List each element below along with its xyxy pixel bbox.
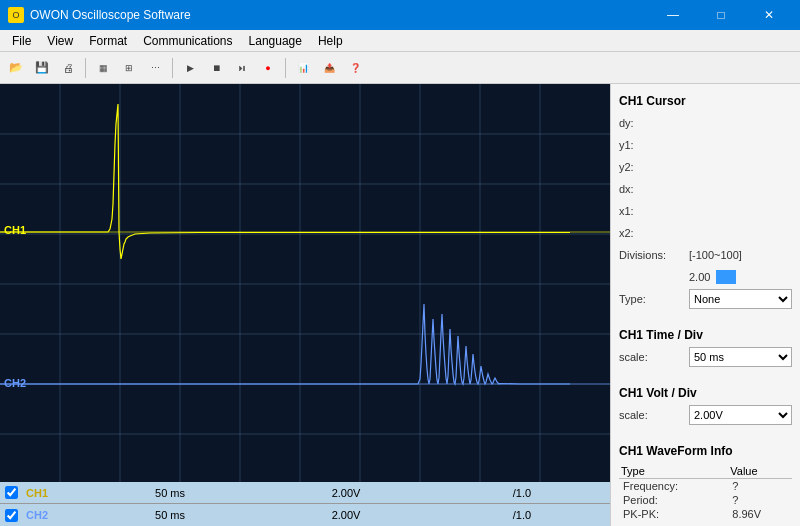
tb-export[interactable]: 📤 [317,56,341,80]
x1-label: x1: [619,205,689,217]
wave-row-pkpk: PK-PK: 8.96V [619,507,792,521]
status-ch1-row: CH1 50 ms 2.00V /1.0 [0,482,610,504]
y1-row: y1: [619,136,792,154]
tb-single[interactable]: ⏯ [230,56,254,80]
time-scale-select[interactable]: 50 ms [689,347,792,367]
toolbar: 📂 💾 🖨 ▦ ⊞ ⋯ ▶ ⏹ ⏯ ● 📊 📤 ❓ [0,52,800,84]
y1-label: y1: [619,139,689,151]
tb-stop[interactable]: ⏹ [204,56,228,80]
ch1-status-scale: /1.0 [434,487,610,499]
volt-scale-select-wrapper: 2.00V [689,405,792,425]
wave-col-type: Type [619,464,728,479]
wave-freq-value: ? [728,479,792,494]
dy-label: dy: [619,117,689,129]
tb-print[interactable]: 🖨 [56,56,80,80]
ch2-checkbox[interactable] [0,509,22,522]
volt-scale-select[interactable]: 2.00V [689,405,792,425]
ch2-label: CH2 [4,377,26,389]
ch2-status-scale: /1.0 [434,509,610,521]
divisions-range: [-100~100] [689,249,792,261]
y2-row: y2: [619,158,792,176]
dx-label: dx: [619,183,689,195]
divisions-value: 2.00 [689,271,710,283]
time-section-title: CH1 Time / Div [619,328,792,342]
tb-dots1[interactable]: ⋯ [143,56,167,80]
wave-period-value: ? [728,493,792,507]
tb-open[interactable]: 📂 [4,56,28,80]
menu-help[interactable]: Help [310,32,351,50]
toolbar-sep3 [285,58,286,78]
menu-format[interactable]: Format [81,32,135,50]
wave-col-value: Value [728,464,792,479]
ch1-label: CH1 [4,224,26,236]
ch1-status-time: 50 ms [82,487,258,499]
menu-bar: File View Format Communications Language… [0,30,800,52]
wave-pkpk-label: PK-PK: [619,507,728,521]
grid-canvas [0,84,610,482]
menu-communications[interactable]: Communications [135,32,240,50]
divisions-value-row: 2.00 [619,268,792,286]
wave-freq-label: Frequency: [619,479,728,494]
dx-row: dx: [619,180,792,198]
tb-rec[interactable]: ● [256,56,280,80]
blue-indicator [716,270,736,284]
time-scale-select-wrapper: 50 ms [689,347,792,367]
time-scale-row: scale: 50 ms [619,348,792,366]
time-scale-label: scale: [619,351,689,363]
type-select[interactable]: None [689,289,792,309]
volt-section-title: CH1 Volt / Div [619,386,792,400]
oscilloscope-area: CH1 CH2 CH1 50 ms 2.00V /1.0 CH2 [0,84,610,526]
dy-row: dy: [619,114,792,132]
tb-save[interactable]: 💾 [30,56,54,80]
minimize-button[interactable]: — [650,0,696,30]
app-icon: O [8,7,24,23]
tb-zoom1[interactable]: ▦ [91,56,115,80]
title-bar: O OWON Oscilloscope Software — □ ✕ [0,0,800,30]
wave-row-freq: Frequency: ? [619,479,792,494]
type-row: Type: None [619,290,792,308]
x2-label: x2: [619,227,689,239]
wave-period-label: Period: [619,493,728,507]
type-select-wrapper: None [689,289,792,309]
divisions-label: Divisions: [619,249,689,261]
type-label: Type: [619,293,689,305]
x1-row: x1: [619,202,792,220]
app-title: OWON Oscilloscope Software [30,8,191,22]
cursor-section-title: CH1 Cursor [619,94,792,108]
oscilloscope-screen[interactable]: CH1 CH2 [0,84,610,482]
ch2-status-volt: 2.00V [258,509,434,521]
x2-row: x2: [619,224,792,242]
status-ch2-row: CH2 50 ms 2.00V /1.0 [0,504,610,526]
ch1-check-input[interactable] [5,486,18,499]
y2-label: y2: [619,161,689,173]
menu-language[interactable]: Language [241,32,310,50]
waveform-info-title: CH1 WaveForm Info [619,444,792,458]
window-controls: — □ ✕ [650,0,792,30]
tb-zoom2[interactable]: ⊞ [117,56,141,80]
toolbar-sep2 [172,58,173,78]
maximize-button[interactable]: □ [698,0,744,30]
wave-pkpk-value: 8.96V [728,507,792,521]
ch2-check-input[interactable] [5,509,18,522]
volt-scale-label: scale: [619,409,689,421]
ch1-checkbox[interactable] [0,486,22,499]
divisions-row: Divisions: [-100~100] [619,246,792,264]
ch1-status-volt: 2.00V [258,487,434,499]
menu-file[interactable]: File [4,32,39,50]
waveform-info-table: Type Value Frequency: ? Period: ? PK-PK:… [619,464,792,521]
toolbar-sep1 [85,58,86,78]
tb-help[interactable]: ❓ [343,56,367,80]
main-area: CH1 CH2 CH1 50 ms 2.00V /1.0 CH2 [0,84,800,526]
tb-meas[interactable]: 📊 [291,56,315,80]
right-panel: CH1 Cursor dy: y1: y2: dx: x1: x2: Divis… [610,84,800,526]
volt-scale-row: scale: 2.00V [619,406,792,424]
tb-run[interactable]: ▶ [178,56,202,80]
ch2-status-time: 50 ms [82,509,258,521]
wave-row-period: Period: ? [619,493,792,507]
ch1-status-name: CH1 [22,487,82,499]
menu-view[interactable]: View [39,32,81,50]
status-bar: CH1 50 ms 2.00V /1.0 CH2 50 ms 2.00V /1.… [0,482,610,526]
ch2-status-name: CH2 [22,509,82,521]
close-button[interactable]: ✕ [746,0,792,30]
